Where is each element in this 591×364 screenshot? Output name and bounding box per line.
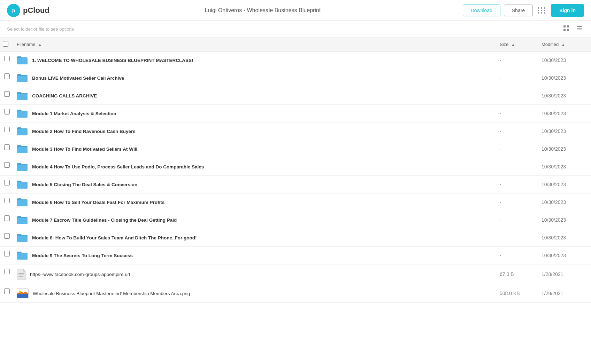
svg-rect-5 — [567, 29, 569, 31]
table-row[interactable]: Bonus LIVE Motivated Seller Call Archive… — [0, 69, 591, 87]
row-checkbox[interactable] — [4, 56, 10, 61]
table-row[interactable]: Module 6 How To Sell Your Deals Fast For… — [0, 193, 591, 211]
row-checkbox-cell — [0, 247, 14, 261]
table-row[interactable]: Wholesale Business Blueprint Mastermind'… — [0, 284, 591, 303]
row-checkbox[interactable] — [4, 198, 10, 203]
table-row[interactable]: https--www.facebook.com-groups-appempire… — [0, 264, 591, 284]
file-size: - — [497, 229, 539, 247]
filename-cell: Module 1 Market Analysis & Selection — [14, 105, 497, 122]
toolbar-icons — [562, 24, 584, 34]
filename-cell: Bonus LIVE Motivated Seller Call Archive — [14, 69, 497, 87]
header-actions: Download Share Sign in — [463, 4, 584, 17]
table-row[interactable]: Module 9 The Secrets To Long Term Succes… — [0, 247, 591, 264]
modified-col-header[interactable]: Modified ▲ — [539, 38, 591, 52]
file-modified-date: 10/30/2023 — [539, 247, 591, 264]
row-checkbox[interactable] — [4, 109, 10, 114]
share-button[interactable]: Share — [504, 5, 533, 16]
logo-name: pCloud — [23, 6, 49, 15]
file-modified-date: 10/30/2023 — [539, 211, 591, 229]
svg-text:p: p — [12, 8, 15, 13]
row-checkbox-cell — [0, 229, 14, 243]
file-size: - — [497, 105, 539, 122]
filename-text: Module 3 How To Find Motivated Sellers A… — [32, 147, 137, 152]
row-checkbox[interactable] — [4, 233, 10, 239]
row-checkbox[interactable] — [4, 162, 10, 168]
header: p pCloud Luigi Ontiveros - Wholesale Bus… — [0, 0, 591, 21]
toolbar: Select folder or file to see options — [0, 21, 591, 38]
row-checkbox[interactable] — [4, 73, 10, 79]
page-title: Luigi Ontiveros - Wholesale Business Blu… — [63, 7, 463, 14]
file-icon — [17, 269, 26, 280]
table-row[interactable]: Module 8- How To Build Your Sales Team A… — [0, 229, 591, 247]
toolbar-hint: Select folder or file to see options — [7, 26, 74, 32]
row-checkbox-cell — [0, 69, 14, 83]
filename-text: Module 9 The Secrets To Long Term Succes… — [32, 253, 133, 258]
table-row[interactable]: COACHING CALLS ARCHIVE-10/30/2023 — [0, 87, 591, 105]
table-row[interactable]: Module 1 Market Analysis & Selection-10/… — [0, 105, 591, 122]
table-row[interactable]: Module 4 How To Use Podio, Process Selle… — [0, 158, 591, 176]
svg-rect-3 — [567, 25, 569, 27]
size-col-header[interactable]: Size ▲ — [497, 38, 539, 52]
file-modified-date: 10/30/2023 — [539, 105, 591, 122]
row-checkbox-cell — [0, 87, 14, 101]
folder-icon — [17, 251, 28, 260]
filename-col-header[interactable]: Filename ▲ — [14, 38, 497, 52]
filename-cell: Module 8- How To Build Your Sales Team A… — [14, 229, 497, 247]
folder-icon — [17, 127, 28, 136]
filename-cell: Module 3 How To Find Motivated Sellers A… — [14, 140, 497, 158]
svg-rect-4 — [563, 29, 566, 31]
file-size: - — [497, 211, 539, 229]
file-size: - — [497, 52, 539, 69]
file-size: - — [497, 158, 539, 176]
row-checkbox[interactable] — [4, 180, 10, 185]
table-row[interactable]: Module 7 Escrow Title Guidelines - Closi… — [0, 211, 591, 229]
file-table: Filename ▲ Size ▲ Modified ▲ 1. WELCOME … — [0, 38, 591, 303]
filename-text: Module 7 Escrow Title Guidelines - Closi… — [32, 217, 177, 223]
row-checkbox[interactable] — [4, 215, 10, 221]
folder-icon — [17, 162, 28, 171]
file-modified-date: 10/30/2023 — [539, 176, 591, 193]
row-checkbox[interactable] — [4, 91, 10, 97]
filename-cell: COACHING CALLS ARCHIVE — [14, 87, 497, 105]
file-size: - — [497, 247, 539, 264]
filename-text: COACHING CALLS ARCHIVE — [32, 93, 97, 98]
row-checkbox-cell — [0, 52, 14, 65]
row-checkbox[interactable] — [4, 288, 10, 294]
folder-icon — [17, 144, 28, 153]
table-row[interactable]: Module 3 How To Find Motivated Sellers A… — [0, 140, 591, 158]
file-modified-date: 10/30/2023 — [539, 87, 591, 105]
row-checkbox[interactable] — [4, 269, 10, 274]
file-modified-date: 10/30/2023 — [539, 158, 591, 176]
table-row[interactable]: Module 2 How To Find Ravenous Cash Buyer… — [0, 122, 591, 140]
row-checkbox-cell — [0, 105, 14, 119]
modified-sort-icon: ▲ — [561, 42, 565, 47]
filename-cell: Module 9 The Secrets To Long Term Succes… — [14, 247, 497, 264]
folder-icon — [17, 180, 28, 189]
row-checkbox[interactable] — [4, 251, 10, 256]
image-file-icon — [17, 288, 29, 298]
folder-icon — [17, 91, 28, 100]
row-checkbox-cell — [0, 211, 14, 225]
download-button[interactable]: Download — [463, 5, 500, 16]
table-row[interactable]: Module 5 Closing The Deal Sales & Conver… — [0, 176, 591, 193]
folder-icon — [17, 215, 28, 224]
row-checkbox-cell — [0, 264, 14, 278]
size-sort-icon: ▲ — [511, 42, 515, 47]
grid-view-icon[interactable] — [562, 24, 571, 34]
select-all-header[interactable] — [0, 38, 14, 52]
signin-button[interactable]: Sign in — [551, 4, 584, 17]
file-modified-date: 10/30/2023 — [539, 193, 591, 211]
filename-cell: https--www.facebook.com-groups-appempire… — [14, 264, 497, 284]
row-checkbox[interactable] — [4, 144, 10, 150]
select-all-checkbox[interactable] — [3, 41, 8, 47]
list-view-icon[interactable] — [575, 24, 584, 34]
row-checkbox-cell — [0, 176, 14, 190]
table-row[interactable]: 1. WELCOME TO WHOLESALE BUSINESS BLUEPRI… — [0, 52, 591, 69]
file-size: 508.0 KB — [497, 284, 539, 303]
row-checkbox-cell — [0, 284, 14, 298]
row-checkbox[interactable] — [4, 127, 10, 132]
svg-rect-13 — [17, 294, 29, 298]
apps-grid-icon[interactable] — [536, 6, 547, 15]
folder-icon — [17, 233, 28, 242]
file-modified-date: 10/30/2023 — [539, 69, 591, 87]
